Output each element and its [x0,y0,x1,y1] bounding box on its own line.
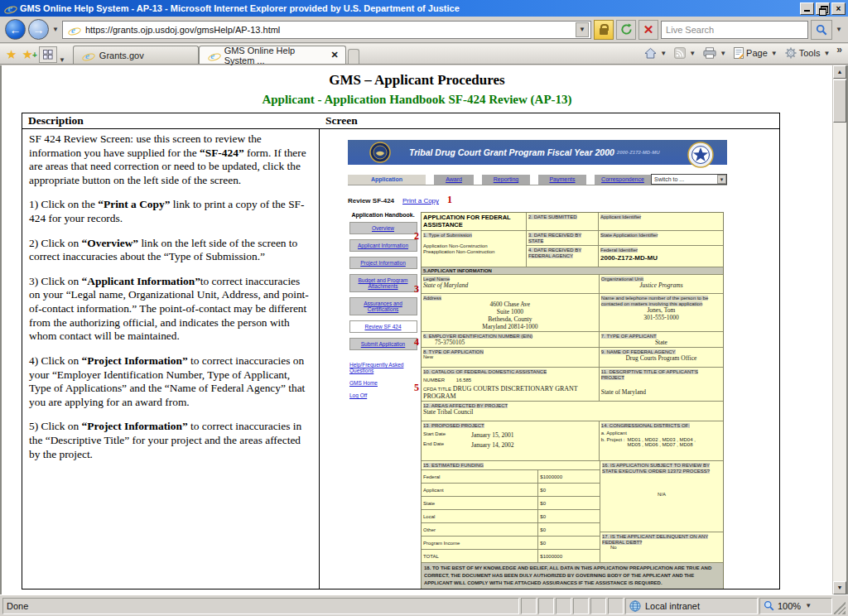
close-tab-icon[interactable]: ✕ [331,50,339,60]
new-tab-stub[interactable] [348,49,359,64]
districts-applicant-label: a. Applicant [601,431,721,436]
sidebar-button-applicant-information[interactable]: Applicant Information [349,239,417,252]
app-tab-correspondence[interactable]: Correspondence [595,175,651,185]
address-bar: ← → ▼ e https://grants.ojp.usdoj.gov/gms… [0,17,848,43]
print-button[interactable]: ▼ [701,46,730,60]
tools-menu-label: Tools [799,48,821,58]
history-dropdown-icon[interactable]: ▼ [51,26,60,33]
url-text[interactable]: https://grants.ojp.usdoj.gov/gmsHelp/AP-… [85,25,572,35]
federal-identifier-label: Federal Identifier [600,248,638,253]
feeds-button[interactable]: ▼ [672,46,699,60]
field-11-label: 11. DESCRIPTIVE TITLE OF APPLICANT'S PRO… [601,369,698,380]
app-tab-bar: Application Award Reporting Payments Cor… [348,172,727,185]
app-banner-code: 2000-Z172-MD-MU [617,150,660,155]
review-process-value: N/A [602,492,721,497]
start-date-value: January 15, 2001 [471,431,513,439]
app-tab-payments[interactable]: Payments [538,175,586,185]
home-button[interactable]: ▼ [642,46,670,60]
tab-gms-help[interactable]: e GMS Online Help System ... ✕ [199,46,346,64]
tab-grants-gov[interactable]: e Grants.gov [73,46,199,64]
refresh-button[interactable] [616,20,636,40]
app-sidebar: Application Handbook. Overview Applicant… [348,212,421,590]
sidebar-button-budget-attachments[interactable]: Budget and Program Attachments [349,274,417,292]
resize-grip[interactable] [834,598,846,614]
toolbar-overflow-icon[interactable]: » [835,44,845,62]
status-text: Done [2,598,519,614]
funding-row-value: $0 [540,527,546,532]
page-subtitle: Applicant - Application Handbook SF-424 … [2,93,832,107]
favorites-star-icon[interactable]: ★ [3,46,19,64]
browser-viewport: GMS – Applicant Procedures Applicant - A… [0,65,848,594]
sidebar-button-submit-application[interactable]: Submit Application [349,338,417,350]
print-a-copy-link[interactable]: Print a Copy [402,197,439,205]
help-table: Description Screen SF 424 Review Screen:… [22,113,780,590]
stop-button[interactable]: ✕ [638,20,658,40]
zoom-control[interactable]: 100% ▼ [759,598,832,614]
quick-tabs-grid-icon [43,50,53,60]
sidebar-button-review-sf424[interactable]: Review SF 424 [349,320,417,333]
quick-tabs-button[interactable] [39,46,57,63]
search-input[interactable]: Live Search [661,21,808,39]
organizational-unit-label: Organizational Unit [601,277,643,282]
address-line: Maryland 20814-1000 [423,323,597,330]
callout-marker-3: 3 [414,283,419,296]
type-of-application-value: New [423,354,597,359]
ein-value: 75-3750105 [423,339,597,346]
funding-total-label: TOTAL [423,554,439,559]
tab-favicon-icon: e [82,50,93,60]
funding-row-label: State [423,501,435,506]
back-button[interactable]: ← [5,19,26,40]
forward-button[interactable]: → [28,19,49,40]
vertical-scrollbar[interactable]: ▲ ▼ [832,65,846,594]
search-button[interactable] [811,20,832,40]
scroll-up-icon[interactable]: ▲ [833,65,846,79]
switch-to-value: Switch to ... [654,176,684,182]
page-menu-button[interactable]: Page ▼ [731,46,781,60]
descriptive-title-value: State of Maryland [601,388,721,396]
close-button[interactable]: × [831,2,846,15]
scroll-down-icon[interactable]: ▼ [833,581,846,594]
field-13-label: 13. PROPOSED PROJECT [423,423,484,428]
address-field[interactable]: e https://grants.ojp.usdoj.gov/gmsHelp/A… [62,21,591,39]
minimize-button[interactable] [800,2,814,15]
app-tab-award[interactable]: Award [434,175,474,185]
callout-marker-2: 2 [414,230,419,243]
refresh-icon [620,23,633,36]
state-application-identifier-label: State Application Identifier [600,233,658,238]
log-off-link[interactable]: Log Off [349,392,407,398]
gms-home-link[interactable]: GMS Home [349,380,407,386]
zoom-magnifier-icon [764,600,774,611]
app-tab-reporting[interactable]: Reporting [482,175,530,185]
screen-cell: Tribal Drug Court Grant Program Fiscal Y… [320,129,779,590]
app-tab-application[interactable]: Application [348,175,426,185]
contact-name: Jones, Tom [601,306,721,314]
section-5-header: 5.APPLICANT INFORMATION [422,267,723,275]
address-line: Suite 1000 [423,308,597,315]
sidebar-button-assurances[interactable]: Assurances and Certifications [349,297,417,315]
scrollbar-thumb[interactable] [833,79,846,123]
gear-icon [785,47,797,59]
restore-button[interactable] [816,2,830,15]
help-faq-link[interactable]: Help/Frequently Asked Questions [349,362,407,373]
select-dropdown-icon[interactable]: ▼ [717,175,726,184]
security-zone: Local intranet [625,598,758,614]
quick-tabs-dropdown-icon[interactable]: ▼ [58,56,66,64]
delinquent-debt-value: No [602,545,721,550]
field-4-label: 4. DATE RECEIVED BY FEDERAL AGENCY [528,248,581,258]
sidebar-button-overview[interactable]: Overview [349,222,417,234]
field-2-label: 2. DATE SUBMITTED [528,214,577,219]
end-date-label: End Date [423,441,471,449]
address-dropdown-icon[interactable]: ▼ [576,22,589,37]
add-favorite-icon[interactable]: ★+ [19,46,35,64]
tools-menu-button[interactable]: Tools ▼ [783,46,834,60]
status-cell [556,598,571,614]
sidebar-button-project-information[interactable]: Project Information [349,257,417,269]
switch-to-select[interactable]: Switch to ... ▼ [651,174,727,185]
sf424-form: APPLICATION FOR FEDERAL ASSISTANCE 2. DA… [421,212,724,590]
description-paragraph: 2) Click on “Overview” link on the left … [29,237,312,264]
help-page: GMS – Applicant Procedures Applicant - A… [2,65,832,594]
security-lock-button[interactable] [594,20,614,40]
search-options-dropdown-icon[interactable]: ▼ [835,26,843,33]
field-10-label: 10. CATALOG OF FEDERAL DOMESTIC ASSISTAN… [423,369,547,374]
zoom-dropdown-icon[interactable]: ▼ [804,602,812,609]
